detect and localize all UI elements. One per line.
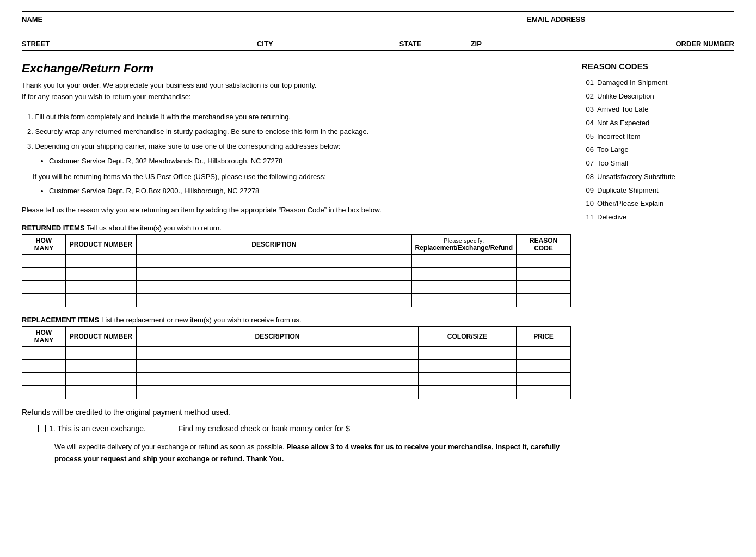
rep-colorsize-2[interactable] <box>419 359 517 372</box>
th-please-specify: Please specify: Replacement/Exchange/Ref… <box>411 234 516 254</box>
step-1: 1. Fill out this form completely and inc… <box>27 111 571 123</box>
ret-prodnum-1[interactable] <box>66 254 137 267</box>
list-item: 02Unlike Description <box>582 90 734 103</box>
checkbox-box-2[interactable] <box>168 425 175 432</box>
rep-howmany-1[interactable] <box>22 346 66 359</box>
replacement-row-2 <box>22 359 571 372</box>
ret-reason-1[interactable] <box>517 254 571 267</box>
city-label: CITY <box>257 40 399 48</box>
order-number-label: ORDER NUMBER <box>542 40 734 48</box>
ret-desc-2[interactable] <box>137 267 412 280</box>
rep-desc-2[interactable] <box>137 359 419 372</box>
address-list-2: Customer Service Dept. R, P.O.Box 8200.,… <box>22 185 571 197</box>
ret-desc-4[interactable] <box>137 293 412 307</box>
name-label: NAME <box>22 15 378 23</box>
rep-howmany-4[interactable] <box>22 385 66 399</box>
find-check-item: Find my enclosed check or bank money ord… <box>168 424 408 433</box>
reason-code-number: 07 <box>582 157 594 170</box>
intro-text: Thank you for your order. We appreciate … <box>22 80 571 103</box>
returned-items-table: HOW MANY PRODUCT NUMBER DESCRIPTION Plea… <box>22 234 571 307</box>
ret-specify-1[interactable] <box>411 254 516 267</box>
rep-colorsize-4[interactable] <box>419 385 517 399</box>
ret-howmany-4[interactable] <box>22 293 66 307</box>
footer-note-normal: We will expedite delivery of your exchan… <box>54 443 285 451</box>
replacement-row-4 <box>22 385 571 399</box>
rep-howmany-3[interactable] <box>22 372 66 385</box>
rep-prodnum-2[interactable] <box>66 359 137 372</box>
ret-specify-3[interactable] <box>411 280 516 293</box>
reason-code-label: Unsatisfactory Substitute <box>597 170 675 184</box>
reason-code-number: 02 <box>582 90 594 103</box>
ret-reason-2[interactable] <box>517 267 571 280</box>
rep-desc-3[interactable] <box>137 372 419 385</box>
replacement-row-1 <box>22 346 571 359</box>
ret-howmany-3[interactable] <box>22 280 66 293</box>
ret-prodnum-2[interactable] <box>66 267 137 280</box>
rep-howmany-2[interactable] <box>22 359 66 372</box>
ret-specify-2[interactable] <box>411 267 516 280</box>
rep-prodnum-1[interactable] <box>66 346 137 359</box>
checkbox-row-inner: 1. This is an even exchange. Find my enc… <box>38 424 571 433</box>
list-item: 05Incorrect Item <box>582 130 734 144</box>
reason-code-label: Duplicate Shipment <box>597 184 659 198</box>
th-please-specify-top: Please specify: <box>415 237 513 244</box>
ret-howmany-2[interactable] <box>22 267 66 280</box>
header-row-address: STREET CITY STATE ZIP ORDER NUMBER <box>22 36 734 51</box>
replacement-items-table: HOW MANY PRODUCT NUMBER DESCRIPTION COLO… <box>22 326 571 399</box>
rep-price-2[interactable] <box>517 359 571 372</box>
ret-desc-3[interactable] <box>137 280 412 293</box>
list-item: 01Damaged In Shipment <box>582 76 734 90</box>
reason-code-label: Too Small <box>597 157 628 170</box>
ret-reason-3[interactable] <box>517 280 571 293</box>
reason-code-number: 03 <box>582 103 594 117</box>
th-how-many-replacement: HOW MANY <box>22 326 66 346</box>
list-item: 07Too Small <box>582 157 734 170</box>
replacement-header-row: HOW MANY PRODUCT NUMBER DESCRIPTION COLO… <box>22 326 571 346</box>
rep-desc-4[interactable] <box>137 385 419 399</box>
right-sidebar: REASON CODES 01Damaged In Shipment02Unli… <box>582 62 734 465</box>
rep-colorsize-1[interactable] <box>419 346 517 359</box>
checkbox-label-1: 1. This is an even exchange. <box>49 424 146 433</box>
reason-code-number: 05 <box>582 130 594 144</box>
rep-price-4[interactable] <box>517 385 571 399</box>
street-label: STREET <box>22 40 257 48</box>
reason-code-label: Damaged In Shipment <box>597 76 667 90</box>
ret-specify-4[interactable] <box>411 293 516 307</box>
rep-price-1[interactable] <box>517 346 571 359</box>
ret-howmany-1[interactable] <box>22 254 66 267</box>
rep-price-3[interactable] <box>517 372 571 385</box>
reason-code-label: Incorrect Item <box>597 130 640 144</box>
find-check-label: Find my enclosed check or bank money ord… <box>179 424 350 433</box>
zip-label: ZIP <box>471 40 542 48</box>
reason-code-number: 04 <box>582 117 594 130</box>
reason-code-label: Other/Please Explain <box>597 197 663 211</box>
ret-desc-1[interactable] <box>137 254 412 267</box>
reason-code-number: 11 <box>582 211 594 224</box>
address-1: Customer Service Dept. R, 302 Meadowland… <box>49 155 571 167</box>
checkbox-row: 1. This is an even exchange. Find my enc… <box>22 424 571 433</box>
checkbox-box-1[interactable] <box>38 425 46 432</box>
th-product-number-returned: PRODUCT NUMBER <box>66 234 137 254</box>
returned-row-1 <box>22 254 571 267</box>
returned-items-label: RETURNED ITEMS Tell us about the item(s)… <box>22 224 571 232</box>
refund-text: Refunds will be credited to the original… <box>22 408 571 417</box>
check-amount-underline[interactable] <box>353 424 408 433</box>
reason-code-number: 06 <box>582 143 594 157</box>
rep-colorsize-3[interactable] <box>419 372 517 385</box>
ret-prodnum-4[interactable] <box>66 293 137 307</box>
rep-desc-1[interactable] <box>137 346 419 359</box>
reason-codes-title: REASON CODES <box>582 62 734 71</box>
rep-prodnum-4[interactable] <box>66 385 137 399</box>
reason-code-label: Too Large <box>597 143 629 157</box>
reason-code-label: Unlike Description <box>597 90 654 103</box>
steps-list: 1. Fill out this form completely and inc… <box>22 111 571 153</box>
ret-prodnum-3[interactable] <box>66 280 137 293</box>
ret-reason-4[interactable] <box>517 293 571 307</box>
rep-prodnum-3[interactable] <box>66 372 137 385</box>
reason-code-number: 01 <box>582 76 594 90</box>
address-list-1: Customer Service Dept. R, 302 Meadowland… <box>22 155 571 167</box>
checkbox-even-exchange[interactable]: 1. This is an even exchange. <box>38 424 146 433</box>
list-item: 10Other/Please Explain <box>582 197 734 211</box>
footer-note: We will expedite delivery of your exchan… <box>22 441 571 465</box>
step-3: 3. Depending on your shipping carrier, m… <box>27 140 571 152</box>
